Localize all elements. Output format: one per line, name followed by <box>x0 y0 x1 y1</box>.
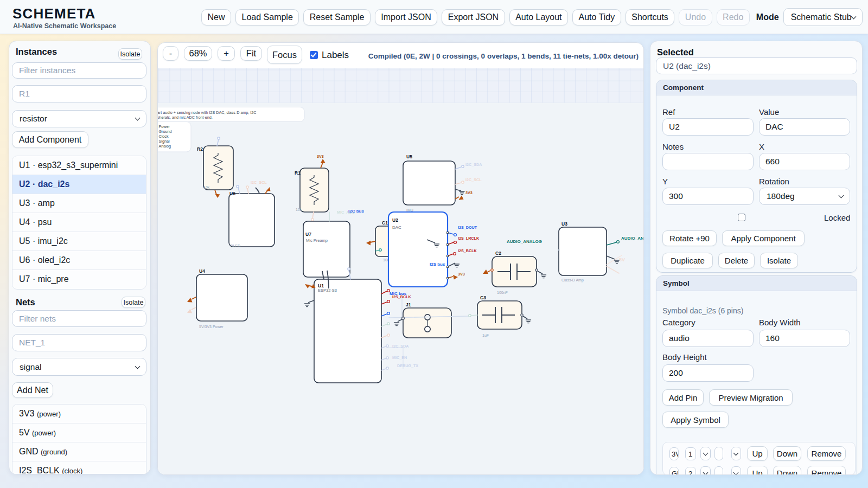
svg-text:Smart audio + sensing node wit: Smart audio + sensing node with I2S DAC,… <box>158 110 257 115</box>
svg-text:OLED: OLED <box>230 244 240 248</box>
svg-text:U4: U4 <box>199 268 205 274</box>
svg-text:1uF: 1uF <box>482 333 489 337</box>
svg-text:DEBUG_TX: DEBUG_TX <box>397 363 418 368</box>
svg-text:R2: R2 <box>197 146 203 152</box>
svg-text:I2C_SDA: I2C_SDA <box>392 344 409 349</box>
svg-text:R1: R1 <box>295 170 301 176</box>
svg-text:3V3: 3V3 <box>465 190 473 195</box>
svg-text:U5: U5 <box>406 154 412 159</box>
svg-text:peripherals, and mic ADC front: peripherals, and mic ADC front-end. <box>158 115 213 120</box>
svg-text:MIC_EN: MIC_EN <box>392 355 407 360</box>
svg-text:AUDIO_ANALOG: AUDIO_ANALOG <box>507 239 542 244</box>
svg-text:Ground: Ground <box>159 129 172 134</box>
svg-text:I2S_BCLK: I2S_BCLK <box>458 248 477 253</box>
svg-text:3V3: 3V3 <box>317 154 324 159</box>
svg-text:I2S_DOUT: I2S_DOUT <box>458 225 477 230</box>
svg-text:I2C_SCL: I2C_SCL <box>251 180 267 185</box>
svg-text:U6: U6 <box>229 191 235 196</box>
svg-text:ESP32-S3: ESP32-S3 <box>318 288 337 293</box>
svg-text:U2: U2 <box>392 217 398 223</box>
svg-text:3V3: 3V3 <box>458 272 465 277</box>
svg-text:Class-D Amp: Class-D Amp <box>561 278 584 282</box>
svg-text:Analog: Analog <box>159 144 171 149</box>
svg-text:U3: U3 <box>561 221 567 227</box>
svg-text:I2C_SDA: I2C_SDA <box>465 162 482 167</box>
svg-text:DAC: DAC <box>392 225 401 230</box>
svg-text:C3: C3 <box>480 295 486 300</box>
svg-text:5V/3V3 Power: 5V/3V3 Power <box>199 325 224 329</box>
svg-text:AUDIO_ANALOG: AUDIO_ANALOG <box>621 236 644 241</box>
svg-text:C1: C1 <box>382 220 388 226</box>
svg-text:10k: 10k <box>296 208 302 211</box>
svg-text:100nF: 100nF <box>497 291 508 294</box>
svg-text:I2C_SCL: I2C_SCL <box>465 177 482 182</box>
svg-text:C2: C2 <box>495 251 501 256</box>
svg-text:I2C bus: I2C bus <box>348 209 364 214</box>
svg-text:MIC bus: MIC bus <box>390 291 407 296</box>
svg-text:U7: U7 <box>305 232 311 237</box>
svg-text:Signal: Signal <box>159 139 170 144</box>
svg-text:Power: Power <box>159 124 170 129</box>
svg-text:5V: 5V <box>619 257 625 262</box>
svg-text:Clock: Clock <box>159 134 169 139</box>
svg-text:I2S_LRCLK: I2S_LRCLK <box>458 236 480 241</box>
svg-text:J1: J1 <box>406 302 411 307</box>
svg-text:I2S bus: I2S bus <box>430 262 445 267</box>
svg-text:Mic Preamp: Mic Preamp <box>306 238 328 243</box>
svg-text:10k: 10k <box>203 185 210 189</box>
svg-text:IMU: IMU <box>406 208 413 212</box>
